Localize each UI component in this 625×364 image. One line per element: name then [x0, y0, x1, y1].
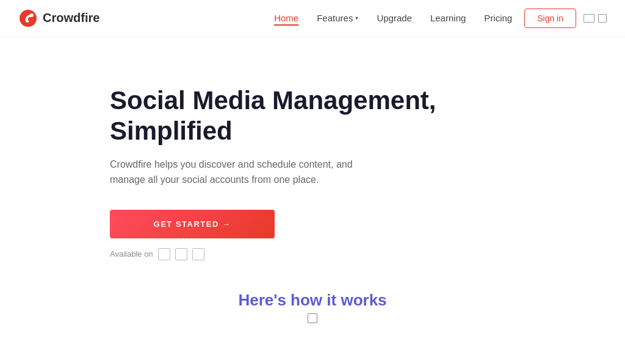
logo-link[interactable]: Crowdfire	[18, 9, 99, 28]
nav-learning[interactable]: Learning	[430, 10, 466, 26]
how-it-works-section: Here's how it works	[0, 291, 625, 326]
platform-icon-2	[175, 248, 187, 260]
hero-subtitle: Crowdfire helps you discover and schedul…	[110, 157, 366, 188]
header: Crowdfire Home Features ▾ Upgrade Learni…	[0, 0, 625, 37]
platform-icon-3	[192, 248, 204, 260]
nav-upgrade[interactable]: Upgrade	[377, 10, 412, 26]
nav-home[interactable]: Home	[274, 10, 298, 26]
logo-text: Crowdfire	[43, 11, 99, 25]
maximize-icon[interactable]	[598, 14, 607, 23]
hero-section: Social Media Management, Simplified Crow…	[0, 37, 625, 260]
features-chevron-icon: ▾	[355, 15, 358, 21]
get-started-button[interactable]: GET STARTED →	[110, 210, 275, 238]
crowdfire-logo-icon	[18, 9, 38, 28]
svg-point-1	[30, 13, 34, 17]
minimize-icon[interactable]	[583, 14, 594, 23]
window-controls	[583, 14, 607, 23]
nav-features[interactable]: Features ▾	[317, 10, 358, 26]
how-arrow-row	[0, 313, 625, 326]
down-arrow-icon	[308, 313, 317, 323]
main-nav: Home Features ▾ Upgrade Learning Pricing	[274, 10, 512, 26]
available-on-row: Available on	[110, 248, 625, 260]
hero-title: Social Media Management, Simplified	[110, 85, 476, 147]
how-it-works-title: Here's how it works	[0, 291, 625, 310]
available-label: Available on	[110, 249, 153, 259]
main-content: Social Media Management, Simplified Crow…	[0, 37, 625, 326]
platform-icon-1	[158, 248, 170, 260]
nav-pricing[interactable]: Pricing	[484, 10, 512, 26]
signin-button[interactable]: Sign in	[524, 9, 576, 28]
